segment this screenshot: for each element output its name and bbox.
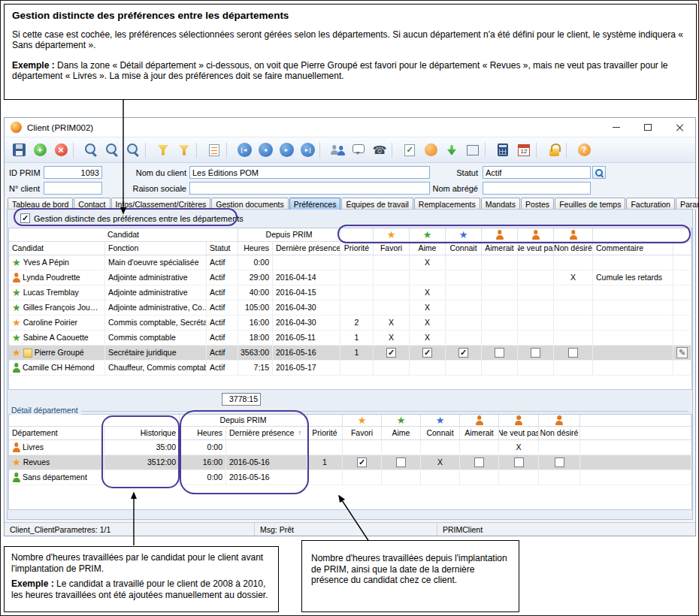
save-button[interactable] — [9, 140, 29, 160]
col-header[interactable]: Non désiré — [554, 242, 593, 255]
nav-last-button[interactable]: ►| — [298, 140, 317, 160]
web-button[interactable] — [421, 140, 440, 160]
pref-checkbox[interactable] — [474, 457, 484, 467]
cell-pref — [518, 270, 554, 285]
calendar-button[interactable]: 12 — [514, 140, 534, 160]
pref-checkbox[interactable]: ✓ — [422, 348, 432, 358]
notes-button[interactable] — [204, 140, 224, 160]
col-header[interactable]: Département — [9, 427, 104, 439]
pref-checkbox[interactable] — [568, 348, 578, 358]
phone-button[interactable]: ☎ — [370, 140, 389, 160]
table-row[interactable]: ★Caroline PoirierCommis comptable, Secré… — [9, 316, 691, 331]
col-header[interactable]: Ne veut pas — [518, 242, 554, 255]
statut-search-button[interactable] — [592, 166, 606, 179]
table-row[interactable]: Lynda PoudretteAdjointe administrativeAc… — [9, 270, 691, 285]
table-row[interactable]: Camille CH HémondChauffeur, Commis compt… — [9, 361, 691, 376]
pref-checkbox[interactable] — [514, 457, 524, 467]
star-orange-icon: ★ — [387, 230, 396, 240]
maximize-button[interactable] — [632, 118, 664, 137]
departments-checkbox[interactable]: ✓ — [20, 213, 30, 223]
nav-first-button[interactable]: |◄ — [235, 140, 254, 160]
nav-prev-button[interactable]: ◄ — [256, 140, 275, 160]
col-header[interactable]: Historique — [104, 427, 180, 439]
table-row[interactable]: ★Revues3512:0016:002016-05-161✓X — [9, 455, 691, 470]
chat-button[interactable] — [349, 140, 368, 160]
calculator-button[interactable] — [493, 140, 513, 160]
tab-param-tres[interactable]: Paramètres — [676, 198, 699, 210]
col-header[interactable]: Aime — [382, 427, 421, 439]
zoom-in-button[interactable]: + — [81, 140, 101, 160]
col-header[interactable]: Commentaire — [593, 242, 673, 255]
nav-next-button[interactable]: ► — [277, 140, 296, 160]
col-header[interactable]: Statut — [207, 242, 238, 255]
zoom-out-button[interactable]: − — [102, 140, 122, 160]
download-button[interactable] — [442, 140, 461, 160]
tasks-button[interactable]: ✓ — [400, 140, 419, 160]
edit-button[interactable]: ✎ — [676, 347, 688, 358]
export-button[interactable] — [463, 140, 483, 160]
table-row[interactable]: Livres35:000:00X — [9, 440, 691, 455]
raison-sociale-field[interactable] — [189, 182, 430, 195]
col-header[interactable]: Heures — [238, 242, 273, 255]
pref-checkbox[interactable] — [531, 348, 540, 358]
contacts-button[interactable] — [328, 140, 347, 160]
zoom-clear-button[interactable]: × — [123, 140, 143, 160]
table-row[interactable]: ★Lucas TremblayAdjointe administrativeAc… — [9, 285, 691, 300]
pref-checkbox[interactable] — [396, 457, 406, 467]
minimize-button[interactable] — [601, 118, 632, 137]
nom-client-field[interactable] — [189, 166, 430, 179]
tab-feuilles-de-temps[interactable]: Feuilles de temps — [555, 198, 625, 210]
pref-checkbox[interactable]: ✓ — [458, 348, 468, 358]
no-client-field[interactable] — [44, 182, 102, 195]
tab-gestion-documents[interactable]: Gestion documents — [211, 198, 288, 210]
col-header[interactable]: Connait — [421, 427, 460, 439]
table-row[interactable]: ★Yves A PépinMain d'oeuvre spécialiséeAc… — [9, 255, 691, 270]
tab-pr-f-rences[interactable]: Préférences — [289, 198, 341, 210]
window-controls — [601, 118, 695, 137]
col-header[interactable]: Connait — [446, 242, 482, 255]
tab-mandats[interactable]: Mandats — [481, 198, 520, 210]
pref-checkbox[interactable]: ✓ — [357, 457, 367, 467]
col-header[interactable]: Aimerait — [460, 427, 499, 439]
delete-button[interactable]: × — [51, 140, 71, 160]
col-header[interactable]: Candidat — [9, 242, 105, 255]
col-header[interactable]: Ne veut pas — [499, 427, 539, 439]
tab-postes[interactable]: Postes — [521, 198, 554, 210]
lock-button[interactable] — [544, 140, 564, 160]
tab-facturation[interactable]: Facturation — [626, 198, 675, 210]
col-header[interactable]: Fonction — [105, 242, 207, 255]
col-header[interactable]: Favori — [374, 242, 410, 255]
id-prim-field[interactable] — [44, 166, 102, 179]
table-row[interactable]: ★Pierre GroupéSecrétaire juridiqueActif3… — [9, 346, 691, 361]
statut-field[interactable] — [483, 166, 591, 179]
col-header[interactable]: Favori — [343, 427, 382, 439]
col-header[interactable]: Priorité — [307, 427, 343, 439]
close-button[interactable] — [664, 118, 695, 137]
tab-tableau-de-bord[interactable]: Tableau de bord — [8, 198, 73, 210]
filter-button[interactable] — [153, 140, 173, 160]
col-header[interactable]: Non désiré — [539, 427, 580, 439]
filter-clear-button[interactable] — [174, 140, 194, 160]
tab-contact[interactable]: Contact — [74, 198, 110, 210]
cell-pref — [307, 470, 343, 485]
col-header[interactable]: Dernière présence↑ — [273, 242, 340, 255]
table-row[interactable]: ★Sabine A CaouetteCommis comptableActif1… — [9, 331, 691, 346]
nom-abrege-field[interactable] — [483, 182, 591, 195]
tab--quipes-de-travail[interactable]: Équipes de travail — [341, 198, 413, 210]
cell-pref — [554, 285, 593, 300]
table-row[interactable]: Sans département0:002016-05-16 — [9, 470, 691, 485]
tab-remplacements[interactable]: Remplacements — [414, 198, 480, 210]
col-header[interactable]: Aime — [410, 242, 446, 255]
pref-checkbox[interactable] — [555, 457, 564, 467]
col-header[interactable]: Heures — [180, 427, 226, 439]
col-header[interactable]: Priorité — [340, 242, 374, 255]
pref-checkbox[interactable]: ✓ — [386, 348, 396, 358]
pref-checkbox[interactable] — [495, 348, 504, 358]
cell-pref — [374, 270, 410, 285]
help-button[interactable]: ? — [574, 140, 594, 160]
col-header[interactable]: Aimerait — [482, 242, 518, 255]
tab-infos-classement-crit-res[interactable]: Infos/Classement/Critères — [111, 198, 211, 210]
add-button[interactable]: + — [30, 140, 50, 160]
table-row[interactable]: ★Gilles François JoubertAdjointe adminis… — [9, 300, 691, 316]
col-header[interactable]: Dernière présence↑ — [226, 427, 307, 439]
